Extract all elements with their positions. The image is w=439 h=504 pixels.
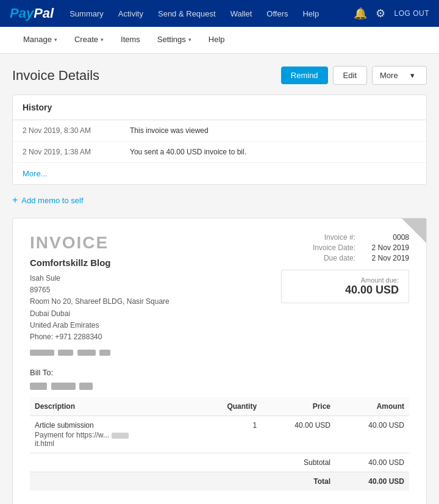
more-button[interactable]: More ▾ xyxy=(372,66,427,85)
nav-send-request[interactable]: Send & Request xyxy=(152,7,222,21)
gear-icon: ⚙ xyxy=(376,7,385,20)
redacted-block xyxy=(112,433,129,439)
history-card: History 2 Nov 2019, 8:30 AM This invoice… xyxy=(12,95,427,185)
address-name: Isah Sule xyxy=(30,273,170,284)
nav-links: Summary Activity Send & Request Wallet O… xyxy=(63,7,354,21)
history-row-1: 2 Nov 2019, 8:30 AM This invoice was vie… xyxy=(13,120,426,142)
edit-button[interactable]: Edit xyxy=(333,66,367,85)
col-price: Price xyxy=(262,397,335,416)
sub-navigation: Manage ▾ Create ▾ Items Settings ▾ Help xyxy=(0,27,439,54)
address-line4: United Arab Emirates xyxy=(30,320,170,331)
due-date-row: Due date: 2 Nov 2019 xyxy=(281,254,409,262)
address-line1: 89765 xyxy=(30,284,170,296)
subnav-items[interactable]: Items xyxy=(112,27,149,54)
subtotal-row: Subtotal 40.00 USD xyxy=(30,453,409,472)
notification-button[interactable]: 🔔 xyxy=(354,7,367,20)
plus-icon: + xyxy=(12,195,18,206)
total-row: Total 40.00 USD xyxy=(30,472,409,491)
chevron-down-icon: ▾ xyxy=(101,37,104,43)
bill-to-section: Bill To: xyxy=(30,368,409,390)
more-link[interactable]: More... xyxy=(13,163,426,184)
header-actions: Remind Edit More ▾ xyxy=(281,66,427,85)
settings-button[interactable]: ⚙ xyxy=(376,7,385,20)
row-quantity: 1 xyxy=(198,416,262,453)
row-amount: 40.00 USD xyxy=(335,416,409,453)
redacted-block xyxy=(30,350,54,356)
nav-right-icons: 🔔 ⚙ LOG OUT xyxy=(354,7,429,20)
col-quantity: Quantity xyxy=(198,397,262,416)
table-header-row: Description Quantity Price Amount xyxy=(30,397,409,416)
row-price: 40.00 USD xyxy=(262,416,335,453)
subnav-settings[interactable]: Settings ▾ xyxy=(149,27,200,54)
redacted-block xyxy=(58,350,73,356)
history-text-2: You sent a 40.00 USD invoice to bil. xyxy=(130,148,246,156)
chevron-down-icon: ▾ xyxy=(54,37,57,43)
invoice-date-row: Invoice Date: 2 Nov 2019 xyxy=(281,243,409,252)
bill-to-name-redacted xyxy=(30,381,409,390)
invoice-num-row: Invoice #: 0008 xyxy=(281,233,409,242)
col-amount: Amount xyxy=(335,397,409,416)
address-line3: Dubai Dubai xyxy=(30,308,170,320)
invoice-company-section: INVOICE Comfortskillz Blog Isah Sule 897… xyxy=(30,233,170,358)
invoice-table: Description Quantity Price Amount Articl… xyxy=(30,397,409,491)
invoice-date-value: 2 Nov 2019 xyxy=(360,243,409,252)
history-row-2: 2 Nov 2019, 1:38 AM You sent a 40.00 USD… xyxy=(13,142,426,163)
company-address: Isah Sule 89765 Room No 20, Shareef BLDG… xyxy=(30,273,170,358)
remind-button[interactable]: Remind xyxy=(281,67,328,84)
redacted-block xyxy=(77,350,96,356)
invoice-top-section: INVOICE Comfortskillz Blog Isah Sule 897… xyxy=(30,233,409,358)
history-date-2: 2 Nov 2019, 1:38 AM xyxy=(23,148,120,156)
amount-due-box: Amount due: 40.00 USD xyxy=(281,270,409,303)
due-date-label: Due date: xyxy=(301,254,355,262)
history-header: History xyxy=(13,95,426,120)
invoice-date-label: Invoice Date: xyxy=(301,243,355,252)
total-label: Total xyxy=(262,472,335,491)
bill-to-label: Bill To: xyxy=(30,368,409,377)
due-date-value: 2 Nov 2019 xyxy=(360,254,409,262)
nav-wallet[interactable]: Wallet xyxy=(224,7,259,21)
redacted-block xyxy=(51,383,76,390)
page-content: Invoice Details Remind Edit More ▾ Histo… xyxy=(0,54,439,504)
invoice-title-word: INVOICE xyxy=(30,233,170,253)
amount-due-value: 40.00 USD xyxy=(291,284,399,297)
chevron-down-icon: ▾ xyxy=(410,71,415,80)
chevron-down-icon: ▾ xyxy=(188,37,191,43)
total-value: 40.00 USD xyxy=(335,472,409,491)
page-header: Invoice Details Remind Edit More ▾ xyxy=(12,66,427,85)
redacted-block xyxy=(79,383,93,390)
invoice-num-label: Invoice #: xyxy=(301,233,355,242)
redacted-block xyxy=(99,350,110,356)
nav-help[interactable]: Help xyxy=(296,7,325,21)
invoice-card: INVOICE Comfortskillz Blog Isah Sule 897… xyxy=(12,218,427,504)
history-date-1: 2 Nov 2019, 8:30 AM xyxy=(23,126,120,135)
top-navigation: PayPal Summary Activity Send & Request W… xyxy=(0,0,439,27)
invoice-meta-section: Invoice #: 0008 Invoice Date: 2 Nov 2019… xyxy=(281,233,409,358)
subtotal-label: Subtotal xyxy=(262,453,335,472)
address-line2: Room No 20, Shareef BLDG, Nasir Square xyxy=(30,296,170,308)
amount-due-label: Amount due: xyxy=(291,276,399,284)
nav-summary[interactable]: Summary xyxy=(63,7,110,21)
notification-icon: 🔔 xyxy=(354,7,367,20)
redacted-block xyxy=(30,383,47,390)
nav-activity[interactable]: Activity xyxy=(112,7,149,21)
subnav-manage[interactable]: Manage ▾ xyxy=(15,27,66,54)
email-redacted xyxy=(30,347,170,358)
invoice-corner-fold xyxy=(402,218,426,243)
subtotal-value: 40.00 USD xyxy=(335,453,409,472)
paypal-logo: PayPal xyxy=(10,5,54,21)
logout-button[interactable]: LOG OUT xyxy=(394,9,429,18)
table-row: Article submission Payment for https://w… xyxy=(30,416,409,453)
subnav-create[interactable]: Create ▾ xyxy=(66,27,112,54)
row-description: Article submission Payment for https://w… xyxy=(30,416,198,453)
nav-offers[interactable]: Offers xyxy=(260,7,294,21)
address-phone: Phone: +971 2288340 xyxy=(30,331,170,343)
company-name: Comfortskillz Blog xyxy=(30,257,170,268)
history-text-1: This invoice was viewed xyxy=(130,126,209,135)
col-description: Description xyxy=(30,397,198,416)
page-title: Invoice Details xyxy=(12,68,99,84)
subnav-help[interactable]: Help xyxy=(200,27,234,54)
add-memo[interactable]: + Add memo to self xyxy=(12,192,427,208)
